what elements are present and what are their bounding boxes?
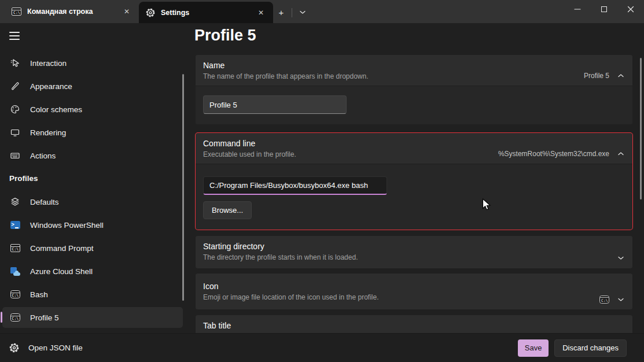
command-line-card: Command line Executable used in the prof… — [196, 133, 632, 230]
layers-icon — [9, 196, 21, 208]
card-title: Name — [203, 61, 584, 70]
sidebar-item-label: Defaults — [30, 198, 59, 206]
card-description: Emoji or image file location of the icon… — [203, 293, 599, 301]
hamburger-icon[interactable] — [8, 31, 21, 41]
sidebar-item-actions[interactable]: Actions — [2, 145, 183, 166]
name-expander-header[interactable]: Name The name of the profile that appear… — [196, 55, 632, 86]
open-json-label: Open JSON file — [28, 343, 83, 352]
gear-icon — [146, 8, 155, 17]
tab-dropdown-button[interactable] — [295, 5, 311, 20]
command-line-expander-body: Browse... — [196, 164, 632, 230]
sidebar-item-label: Interaction — [30, 59, 67, 68]
chevron-up-icon[interactable] — [617, 152, 624, 156]
browse-button[interactable]: Browse... — [203, 201, 252, 219]
sidebar-item-label: Appearance — [30, 82, 72, 91]
terminal-icon: C:\ — [9, 289, 21, 300]
tab-close-icon[interactable]: ✕ — [120, 5, 133, 18]
tab-title-expander-header[interactable]: Tab title — [196, 315, 632, 333]
close-icon — [627, 6, 634, 13]
powershell-icon: > — [9, 219, 21, 231]
footer-bar: Open JSON file Save Discard changes — [0, 333, 644, 362]
minimize-button[interactable] — [564, 0, 591, 19]
discard-changes-button[interactable]: Discard changes — [554, 339, 627, 357]
card-title: Command line — [203, 139, 498, 148]
maximize-button[interactable] — [591, 0, 617, 19]
command-line-current-value: %SystemRoot%\System32\cmd.exe — [498, 150, 609, 158]
sidebar-item-label: Command Prompt — [30, 244, 94, 253]
new-tab-button[interactable]: + — [273, 5, 289, 20]
pointer-icon — [9, 57, 21, 69]
name-current-value: Profile 5 — [584, 72, 609, 80]
tab-close-icon[interactable]: ✕ — [255, 6, 267, 19]
gear-icon — [9, 343, 19, 353]
brush-icon — [9, 80, 21, 92]
sidebar-item-azure-cloud-shell[interactable]: Azure Cloud Shell — [2, 261, 183, 282]
chevron-down-icon — [299, 10, 306, 14]
title-bar: C:\ Командная строка ✕ Settings ✕ + — [0, 0, 644, 23]
profiles-section-header: Profiles — [9, 174, 38, 183]
card-description: The directory the profile starts in when… — [203, 253, 617, 261]
settings-sidebar: Interaction Appearance Color schemes Ren… — [0, 23, 191, 333]
card-title: Icon — [203, 282, 599, 291]
sidebar-item-profile-5[interactable]: C:\ Profile 5 — [2, 307, 183, 328]
app-window: C:\ Командная строка ✕ Settings ✕ + — [0, 0, 644, 362]
close-window-button[interactable] — [617, 0, 644, 19]
sidebar-item-color-schemes[interactable]: Color schemes — [2, 99, 183, 120]
command-line-input[interactable] — [203, 176, 387, 195]
sidebar-item-defaults[interactable]: Defaults — [2, 191, 183, 212]
chevron-down-icon[interactable] — [617, 297, 624, 302]
card-description: Executable used in the profile. — [203, 150, 498, 158]
tab-title-card: Tab title — [196, 315, 632, 333]
sidebar-item-appearance[interactable]: Appearance — [2, 76, 183, 97]
sidebar-item-interaction[interactable]: Interaction — [2, 53, 183, 73]
open-json-button[interactable]: Open JSON file — [9, 343, 83, 353]
sidebar-item-windows-powershell[interactable]: > Windows PowerShell — [2, 215, 183, 235]
name-expander-body — [196, 86, 632, 124]
monitor-icon — [9, 127, 21, 138]
profile-icon-preview: C:\ — [599, 295, 609, 304]
main-scrollbar[interactable] — [640, 58, 642, 200]
starting-directory-card: Starting directory The directory the pro… — [196, 236, 632, 268]
sidebar-item-rendering[interactable]: Rendering — [2, 122, 183, 143]
command-line-expander-header[interactable]: Command line Executable used in the prof… — [196, 133, 632, 164]
tab-label: Командная строка — [27, 8, 120, 16]
card-title: Starting directory — [203, 242, 617, 251]
maximize-icon — [601, 6, 607, 12]
page-title: Profile 5 — [194, 27, 256, 45]
icon-card: Icon Emoji or image file location of the… — [196, 274, 632, 309]
palette-icon — [9, 104, 21, 115]
sidebar-item-label: Windows PowerShell — [30, 221, 104, 230]
chevron-down-icon[interactable] — [617, 256, 624, 260]
sidebar-item-label: Profile 5 — [30, 313, 59, 322]
icon-expander-header[interactable]: Icon Emoji or image file location of the… — [196, 274, 632, 309]
minimize-icon — [574, 9, 581, 10]
sidebar-item-label: Azure Cloud Shell — [30, 267, 93, 276]
tab-settings[interactable]: Settings ✕ — [139, 2, 273, 23]
cmd-icon: C:\ — [12, 8, 21, 16]
tab-command-prompt[interactable]: C:\ Командная строка ✕ — [5, 2, 139, 21]
sidebar-item-bash[interactable]: C:\ Bash — [2, 284, 183, 305]
sidebar-item-label: Bash — [30, 290, 48, 299]
save-button[interactable]: Save — [518, 339, 549, 357]
terminal-icon: C:\ — [9, 312, 21, 323]
name-card: Name The name of the profile that appear… — [196, 55, 632, 124]
sidebar-item-label: Actions — [30, 152, 56, 160]
tab-label: Settings — [161, 9, 255, 17]
keyboard-icon — [9, 150, 21, 161]
selection-accent-bar — [1, 312, 2, 323]
plus-icon: + — [279, 8, 284, 17]
chevron-up-icon[interactable] — [617, 73, 624, 78]
tab-divider — [292, 8, 292, 17]
card-title: Tab title — [203, 321, 624, 330]
card-description: The name of the profile that appears in … — [203, 72, 584, 80]
sidebar-item-label: Color schemes — [30, 105, 82, 114]
sidebar-item-label: Rendering — [30, 128, 66, 137]
cloud-icon — [9, 265, 21, 277]
sidebar-scrollbar[interactable] — [182, 74, 184, 301]
starting-directory-expander-header[interactable]: Starting directory The directory the pro… — [196, 236, 632, 268]
settings-main: Profile 5 Name The name of the profile t… — [191, 23, 644, 333]
sidebar-item-command-prompt[interactable]: C:\ Command Prompt — [2, 238, 183, 258]
name-input[interactable] — [203, 95, 347, 114]
cmd-icon: C:\ — [9, 242, 21, 254]
